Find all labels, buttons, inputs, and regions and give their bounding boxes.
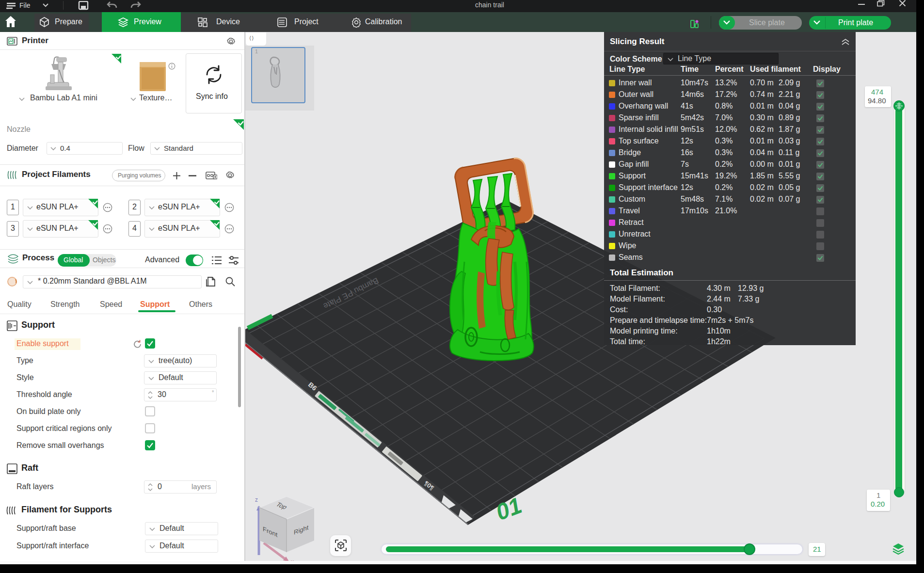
svg-text:z: z	[255, 496, 258, 503]
